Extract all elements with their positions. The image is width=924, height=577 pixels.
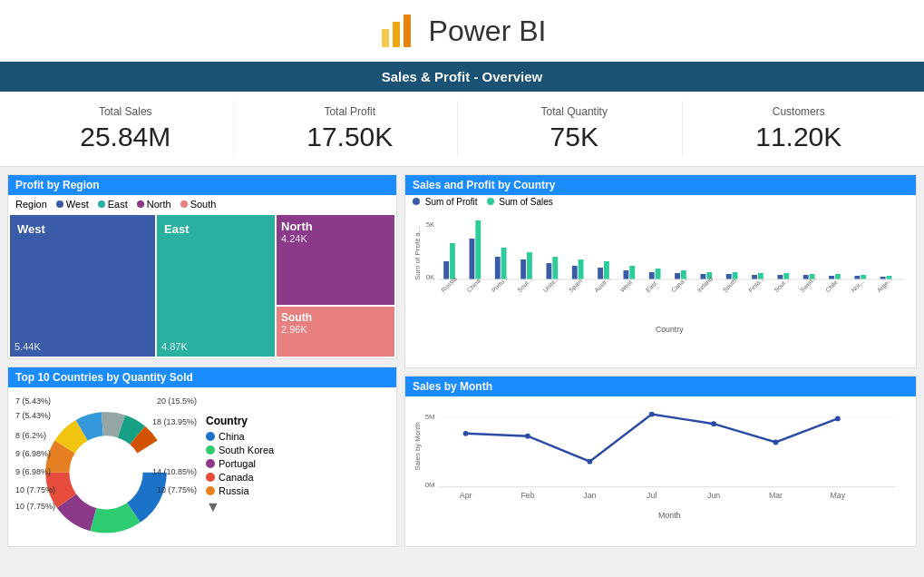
svg-rect-25 — [546, 263, 551, 279]
treemap-west[interactable]: West 5.44K — [10, 215, 155, 357]
treemap-east[interactable]: East 4.87K — [157, 215, 275, 357]
svg-text:Jan: Jan — [583, 491, 596, 500]
legend-portugal-label: Portugal — [219, 458, 256, 469]
donut-label-3: 8 (6.2%) — [15, 431, 46, 440]
donut-label-2: 7 (5.43%) — [15, 411, 51, 420]
svg-rect-32 — [629, 266, 635, 279]
app-title: Power BI — [429, 15, 547, 48]
svg-point-13 — [76, 442, 137, 503]
svg-point-78 — [463, 431, 469, 436]
legend-canada: Canada — [206, 472, 389, 483]
donut-label-7: 10 (7.75%) — [15, 502, 55, 511]
donut-label-11: 10 (7.75%) — [157, 485, 197, 494]
treemap-container: West 5.44K East 4.87K North 4.24K South … — [8, 213, 396, 358]
svg-rect-31 — [623, 270, 628, 279]
top10-countries-section: Top 10 Countries by Quantity Sold — [7, 367, 397, 547]
treemap-south-label: South — [281, 311, 390, 324]
svg-rect-0 — [382, 29, 389, 47]
treemap-legend: Region West East North South — [8, 195, 396, 213]
svg-point-79 — [525, 434, 530, 439]
svg-text:0K: 0K — [426, 273, 435, 281]
kpi-customers: Customers 11.20K — [692, 101, 907, 157]
sales-by-month-header: Sales by Month — [405, 377, 916, 396]
svg-text:West: West — [618, 279, 633, 293]
donut-label-6: 10 (7.75%) — [15, 485, 55, 494]
kpi-customers-value: 11.20K — [701, 122, 898, 152]
right-column: Sales and Profit by Country Sum of Profi… — [404, 174, 917, 547]
svg-rect-23 — [520, 259, 526, 279]
legend-portugal: Portugal — [206, 458, 389, 469]
kpi-total-quantity-value: 75K — [476, 122, 673, 152]
main-content: Profit by Region Region West East North … — [0, 167, 924, 554]
treemap-west-label: West — [17, 222, 45, 236]
treemap-south-value: 2.96K — [281, 324, 390, 335]
donut-content: 7 (5.43%) 7 (5.43%) 8 (6.2%) 9 (6.98%) 9… — [8, 387, 396, 543]
svg-rect-24 — [527, 252, 532, 279]
kpi-row: Total Sales 25.84M Total Profit 17.50K T… — [0, 92, 924, 167]
north-legend: North — [137, 199, 171, 210]
svg-rect-50 — [861, 275, 866, 279]
kpi-total-quantity: Total Quantity 75K — [467, 101, 683, 157]
east-legend: East — [98, 199, 128, 210]
bar-chart-area: Sum of Profit a... 5K 0K — [405, 209, 916, 367]
kpi-total-quantity-label: Total Quantity — [476, 105, 673, 118]
svg-text:Mar: Mar — [769, 491, 783, 500]
kpi-total-profit: Total Profit 17.50K — [243, 101, 459, 157]
svg-rect-1 — [393, 22, 400, 47]
treemap-east-value: 4.87K — [161, 341, 188, 352]
treemap-south[interactable]: South 2.96K — [277, 307, 394, 357]
profit-by-region-header: Profit by Region — [8, 175, 396, 195]
dashboard-title-bar: Sales & Profit - Overview — [0, 62, 924, 92]
kpi-customers-label: Customers — [701, 105, 898, 118]
profit-legend: Sum of Profit — [413, 197, 478, 207]
treemap-west-value: 5.44K — [15, 341, 41, 352]
sales-by-month-section: Sales by Month Sales by Month 5M 0M — [404, 376, 917, 547]
west-legend: West — [56, 199, 89, 210]
svg-rect-20 — [475, 220, 481, 279]
svg-text:May: May — [831, 491, 846, 500]
svg-text:5M: 5M — [425, 413, 435, 421]
svg-text:Apr: Apr — [460, 491, 472, 500]
svg-rect-28 — [579, 259, 584, 279]
header: Power BI — [0, 0, 924, 62]
kpi-total-profit-value: 17.50K — [252, 122, 449, 152]
treemap-north-value: 4.24K — [281, 233, 390, 244]
legend-russia: Russia — [206, 485, 389, 496]
legend-russia-label: Russia — [219, 485, 249, 496]
svg-text:Jun: Jun — [707, 491, 720, 500]
powerbi-logo-icon — [378, 11, 418, 51]
treemap-north[interactable]: North 4.24K — [277, 215, 394, 305]
legend-china-label: China — [219, 431, 245, 442]
legend-more-icon: ▼ — [206, 499, 389, 515]
svg-text:East: East — [645, 280, 658, 294]
svg-text:Sum of Profit a...: Sum of Profit a... — [413, 227, 422, 280]
svg-rect-33 — [649, 272, 655, 279]
svg-rect-19 — [470, 239, 475, 279]
donut-label-10: 14 (10.85%) — [152, 467, 197, 476]
donut-label-4: 9 (6.98%) — [15, 449, 51, 458]
svg-rect-48 — [835, 274, 841, 279]
donut-label-9: 18 (13.95%) — [152, 417, 197, 426]
svg-text:Feb: Feb — [520, 491, 534, 500]
svg-rect-2 — [404, 15, 411, 47]
donut-chart[interactable]: 7 (5.43%) 7 (5.43%) 8 (6.2%) 9 (6.98%) 9… — [15, 395, 197, 535]
svg-text:Spain: Spain — [568, 278, 584, 294]
dashboard-title: Sales & Profit - Overview — [382, 69, 543, 84]
svg-text:Country: Country — [656, 325, 684, 334]
svg-text:Jul: Jul — [647, 491, 657, 500]
profit-by-region-section: Profit by Region Region West East North … — [7, 174, 397, 359]
donut-label-1: 7 (5.43%) — [15, 396, 51, 406]
svg-text:Nor...: Nor... — [850, 279, 864, 294]
line-chart-area: Sales by Month 5M 0M — [405, 396, 916, 546]
svg-point-83 — [773, 440, 779, 445]
sales-profit-country-section: Sales and Profit by Country Sum of Profi… — [404, 174, 917, 368]
donut-legend: Country China South Korea Portugal — [206, 415, 389, 515]
bar-chart-svg: Sum of Profit a... 5K 0K — [413, 216, 909, 334]
line-chart-svg: Sales by Month 5M 0M — [413, 404, 909, 531]
svg-point-84 — [835, 416, 841, 422]
region-legend-label: Region — [15, 199, 47, 210]
treemap-right: North 4.24K South 2.96K — [277, 215, 394, 357]
svg-rect-29 — [598, 268, 603, 279]
donut-label-5: 9 (6.98%) — [15, 467, 51, 476]
svg-text:Sales by Month: Sales by Month — [413, 422, 422, 470]
